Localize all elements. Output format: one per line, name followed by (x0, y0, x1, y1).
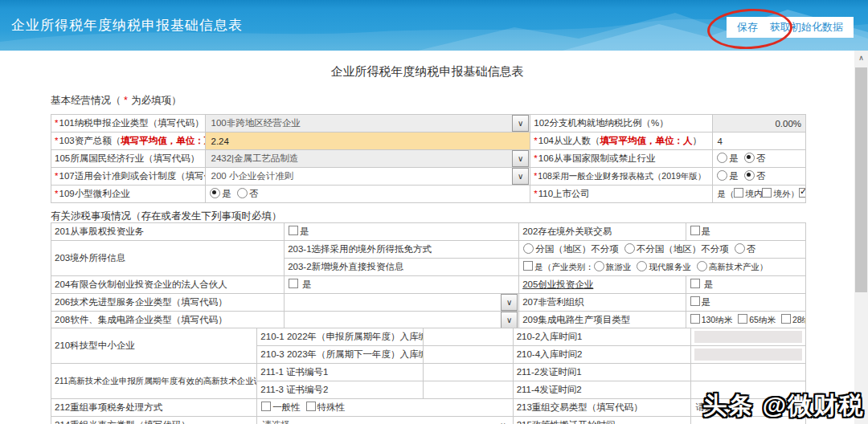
checkbox-28nm[interactable] (781, 314, 791, 324)
scroll-up-icon[interactable]: ∧ (854, 51, 868, 67)
checkbox-yes[interactable] (289, 279, 298, 288)
input-value: 2.24 (211, 137, 228, 146)
dropdown-arrow-icon[interactable]: ∨ (512, 150, 529, 167)
table-row: *107适用会计准则或会计制度（填写代码） 200 小企业会计准则∨ *108采… (51, 168, 806, 186)
scrollbar-thumb[interactable] (855, 67, 867, 292)
checkbox-65nm[interactable] (738, 314, 747, 324)
label-text: 202存在境外关联交易 (522, 226, 612, 236)
table-row: 105所属国民经济行业（填写代码） 2432|金属工艺品制造∨ *106从事国家… (51, 150, 806, 168)
checkbox-yes[interactable] (523, 261, 533, 271)
radio-no[interactable] (237, 188, 248, 198)
field-107-select[interactable]: 200 小企业会计准则∨ (206, 168, 530, 185)
radio-hightech[interactable] (697, 261, 707, 271)
field-201-label: 201从事股权投资业务 (51, 223, 285, 241)
label-text: 108采用一般企业财务报表格式（2019年版） (538, 171, 706, 181)
value-text: ） (760, 262, 768, 271)
dropdown-arrow-icon[interactable]: ∨ (501, 294, 518, 311)
field-201-checkbox: 是 (285, 223, 519, 241)
checkbox-special[interactable] (306, 402, 316, 411)
radio-yes[interactable] (717, 153, 727, 163)
field-203-label: 203境外所得信息 (51, 241, 285, 276)
required-star: * (55, 171, 58, 181)
table-row: 204有限合伙制创业投资企业的法人合伙人 是 205创业投资企业 是 (51, 276, 806, 294)
radio-not-by-country[interactable] (624, 243, 635, 254)
radio-no-selected[interactable] (744, 170, 755, 181)
field-110-checkboxes: 是（境内境外）否 (713, 186, 806, 203)
radio-yes-selected[interactable] (210, 188, 220, 198)
label-text: 211-1 证书编号1 (260, 367, 328, 377)
checkbox-label: 是 (704, 279, 714, 289)
field-214-select[interactable]: 请选择∨ (257, 417, 512, 424)
field-105-select[interactable]: 2432|金属工艺品制造∨ (206, 150, 530, 167)
field-104-input[interactable]: 4 (713, 132, 806, 150)
dropdown-arrow-icon[interactable]: ∨ (500, 421, 512, 424)
checkbox-yes[interactable] (690, 226, 700, 235)
value-text: 是（ (717, 189, 734, 198)
value-text: ） (790, 189, 799, 198)
field-102-value: 0.00% (713, 115, 806, 132)
dropdown-arrow-icon[interactable]: ∨ (512, 115, 529, 132)
checkbox-yes[interactable] (289, 226, 298, 235)
radio-no-selected[interactable] (744, 153, 755, 163)
table-row: 206技术先进型服务企业类型（填写代码） ∨ 207非营利组织 是 (51, 294, 806, 312)
field-210-2-input[interactable] (694, 331, 802, 343)
required-star: * (534, 171, 537, 181)
checkbox-yes[interactable] (690, 279, 700, 288)
dropdown-arrow-icon[interactable]: ∨ (512, 168, 529, 185)
label-text: 208软件、集成电路企业类型（填写代码） (55, 315, 227, 324)
radio-no[interactable] (735, 243, 745, 254)
radio-by-country[interactable] (523, 243, 534, 254)
field-210-1-input[interactable] (423, 328, 513, 346)
field-211-1-label: 211-1 证书编号1 (257, 364, 424, 381)
field-206-select-cell: ∨ (285, 294, 519, 312)
label-text: 207非营利组织 (522, 297, 584, 307)
field-205-link[interactable]: 205创业投资企业 (522, 279, 593, 289)
tax-matters-table-lower: 210科技型中小企业 210-1 2022年（申报所属期年度）入库编号1 210… (51, 328, 806, 424)
checkbox-label: 特殊性 (317, 402, 346, 412)
checkbox-130nm[interactable] (690, 314, 700, 324)
field-103-label: *103资产总额（填写平均值，单位：万元） (51, 132, 206, 150)
label-text: 213重组交易类型（填写代码） (517, 402, 643, 412)
field-108-radios: 是否 (713, 168, 806, 186)
radio-yes[interactable] (717, 170, 727, 181)
radio-label: 旅游业 (606, 262, 632, 271)
radio-modern-service[interactable] (637, 261, 647, 271)
field-211-1-input[interactable] (423, 364, 513, 381)
field-103-input[interactable]: 2.24 (206, 132, 530, 149)
label-text: 110上市公司 (538, 189, 590, 198)
field-210-4-input[interactable] (694, 349, 802, 361)
checkbox-label: 是 (300, 226, 309, 236)
input-value: 4 (717, 137, 722, 146)
checkbox-yes[interactable] (690, 296, 700, 306)
field-211-3-input[interactable] (423, 381, 513, 399)
get-init-data-button[interactable]: 获取初始化数据 (760, 17, 854, 38)
label-text: 212重组事项税务处理方式 (55, 402, 162, 412)
field-101-select[interactable]: 100非跨地区经营企业∨ (206, 115, 530, 132)
table-row: *101纳税申报企业类型（填写代码） 100非跨地区经营企业∨ 102分支机构就… (51, 115, 806, 132)
field-206-select[interactable]: ∨ (285, 294, 518, 311)
checkbox-domestic[interactable] (734, 188, 743, 198)
section-matters-heading: 有关涉税事项情况（存在或者发生下列事项时必填） (51, 210, 282, 223)
label-text: 211高新技术企业申报所属期年度有效的高新技术企业证书 (55, 376, 257, 385)
field-210-1-label: 210-1 2022年（申报所属期年度）入库编号1 (257, 328, 424, 346)
field-209-checkboxes: 130纳米65纳米28纳米 (686, 312, 805, 329)
label-text: 210-1 2022年（申报所属期年度）入库编号1 (260, 332, 423, 341)
field-209-label: 209集成电路生产项目类型 (519, 312, 686, 329)
label-text: 102分支机构就地纳税比例（%） (534, 118, 668, 128)
checkbox-overseas[interactable] (762, 188, 772, 198)
vertical-scrollbar[interactable]: ∧ (854, 51, 868, 424)
checkbox-label: 是 (302, 279, 312, 289)
section-basic-heading: 基本经营情况（ * 为必填项） (51, 94, 182, 108)
field-203-1-label: 203-1选择采用的境外所得抵免方式 (285, 241, 519, 259)
checkbox-general[interactable] (261, 402, 271, 411)
radio-tourism[interactable] (594, 261, 604, 271)
dropdown-arrow-icon[interactable]: ∨ (501, 312, 518, 328)
field-210-3-input[interactable] (423, 346, 513, 364)
heading-text: 为必填项） (129, 95, 182, 106)
field-207-checkbox: 是 (686, 294, 805, 312)
radio-label: 现代服务业 (649, 262, 691, 271)
field-106-radios: 是否 (713, 150, 806, 168)
checkbox-no-checked[interactable] (799, 188, 806, 198)
field-211-2-input[interactable] (691, 364, 806, 381)
field-208-select[interactable]: ∨ (285, 312, 518, 328)
